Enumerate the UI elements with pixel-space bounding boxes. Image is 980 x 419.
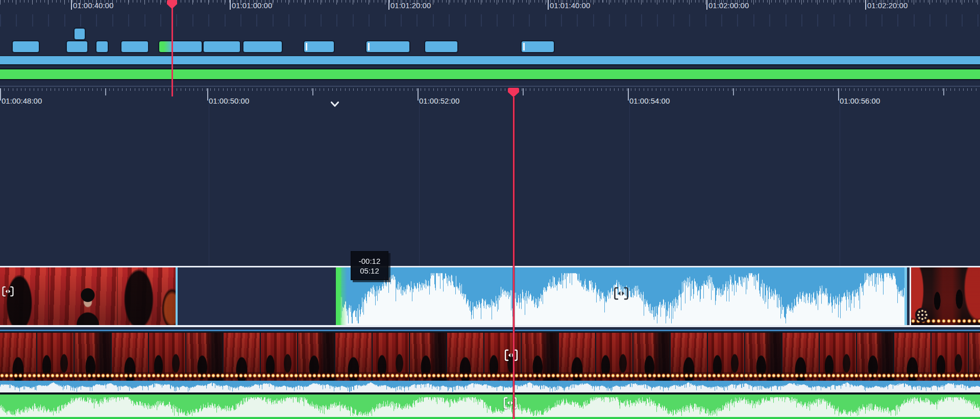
- main-ruler-tick: [0, 88, 1, 101]
- overview-playhead-pin[interactable]: [167, 0, 177, 11]
- audio-track-green[interactable]: [0, 395, 980, 417]
- overview-timecode-label: 01:02:00:00: [708, 1, 749, 10]
- audio-clip-out-edge[interactable]: [904, 267, 907, 325]
- main-ruler-half-tick: [943, 88, 944, 95]
- playhead-line[interactable]: [513, 97, 514, 419]
- main-ruler-tick: [628, 88, 629, 101]
- trim-offset-value: -00:12: [359, 257, 381, 265]
- trim-duration-value: 05:12: [360, 266, 379, 275]
- overview-ruler-ticks-medium: [0, 0, 980, 5]
- main-ruler-half-tick: [312, 88, 313, 95]
- overview-clip[interactable]: [96, 41, 108, 53]
- video-clip-left-out-edge[interactable]: [176, 267, 178, 325]
- overview-timecode-label: 01:01:40:00: [550, 1, 590, 10]
- track-border-bottom: [0, 325, 980, 327]
- chevron-down-icon[interactable]: [330, 101, 339, 107]
- timeline-panel: 01:00:40:0001:01:00:0001:01:20:0001:01:4…: [0, 0, 980, 419]
- gridline: [419, 104, 420, 266]
- overview-timecode-label: 01:02:20:00: [867, 1, 908, 10]
- video-track-1: [0, 266, 980, 327]
- trim-handle-audio-clip-icon[interactable]: [612, 286, 630, 301]
- overview-ruler-tick: [548, 0, 549, 10]
- overview-clip[interactable]: [159, 41, 202, 53]
- main-timeline-ruler[interactable]: 01:00:48:0001:00:50:0001:00:52:0001:00:5…: [0, 86, 980, 104]
- overview-video-track-bar[interactable]: [0, 55, 980, 65]
- overview-timecode-label: 01:01:00:00: [232, 1, 272, 10]
- filmstrip-lights-strip: [0, 372, 980, 379]
- trim-handle-filmstrip-icon[interactable]: [503, 348, 519, 362]
- overview-ruler-tick: [706, 0, 707, 10]
- overview-clip[interactable]: [425, 41, 458, 53]
- video-clip-right[interactable]: [910, 267, 980, 325]
- gridline: [209, 104, 209, 266]
- green-audio-waveform: [0, 395, 980, 417]
- main-ruler-tick: [207, 88, 208, 101]
- overview-ruler-tick: [71, 0, 72, 10]
- main-timecode-label: 01:00:52:00: [419, 96, 459, 105]
- gridline: [629, 104, 630, 266]
- main-timecode-label: 01:00:50:00: [209, 96, 249, 105]
- overview-audio-track-bar[interactable]: [0, 68, 980, 80]
- overview-ruler[interactable]: [0, 0, 980, 13]
- clip-marker-flag: [306, 43, 307, 51]
- clip-marker-flag: [368, 43, 370, 51]
- overview-ruler-tick: [388, 0, 389, 10]
- main-ruler-ticks: [0, 88, 980, 91]
- overview-clip-upper-track[interactable]: [74, 28, 85, 40]
- overview-clip[interactable]: [121, 41, 149, 53]
- video-track-2-filmstrip[interactable]: [0, 330, 980, 392]
- overview-clip[interactable]: [12, 41, 39, 53]
- trim-tooltip: -00:12 05:12: [351, 251, 388, 280]
- overview-clip[interactable]: [521, 41, 554, 53]
- overview-clip[interactable]: [366, 41, 410, 53]
- overview-ruler-tick: [865, 0, 866, 10]
- gridline: [840, 104, 840, 266]
- video-clip-left[interactable]: [0, 267, 176, 325]
- overview-timecode-label: 01:00:40:00: [73, 1, 113, 10]
- audio-clip-fade-in-head: [336, 267, 347, 325]
- trim-handle-video-left-clip-icon[interactable]: [1, 284, 15, 299]
- main-ruler-tick: [838, 88, 839, 101]
- overview-clip[interactable]: [203, 41, 240, 53]
- overview-clip[interactable]: [66, 41, 88, 53]
- overview-secondary-ticks: [0, 14, 980, 27]
- main-timecode-label: 01:00:54:00: [629, 96, 670, 105]
- main-timecode-label: 01:00:48:00: [2, 96, 42, 105]
- track-border-top: [0, 266, 980, 267]
- overview-timecode-label: 01:01:20:00: [390, 1, 431, 10]
- next-track-edge: [0, 417, 980, 419]
- stage-light-wheel: [915, 308, 929, 322]
- overview-clip[interactable]: [243, 41, 282, 53]
- overview-clip[interactable]: [304, 41, 334, 53]
- main-ruler-half-tick: [733, 88, 734, 95]
- trim-handle-audio-track-icon[interactable]: [502, 396, 518, 410]
- main-ruler-half-tick: [523, 88, 524, 95]
- overview-playhead-line[interactable]: [172, 6, 173, 96]
- playhead-pin[interactable]: [508, 88, 519, 100]
- overview-ruler-tick: [230, 0, 231, 10]
- main-ruler-tick: [418, 88, 419, 101]
- main-ruler-half-tick: [105, 88, 106, 95]
- main-timecode-label: 01:00:56:00: [840, 96, 880, 105]
- clip-marker-flag: [523, 43, 525, 51]
